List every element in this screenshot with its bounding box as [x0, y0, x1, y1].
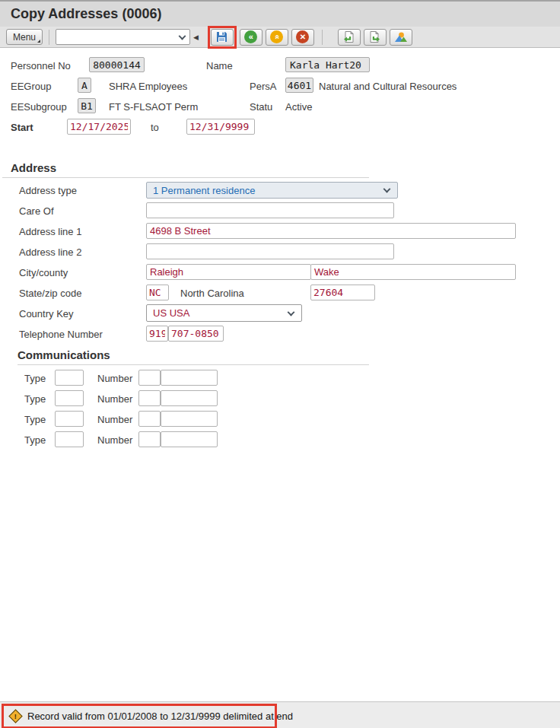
chevron-down-icon [288, 308, 295, 316]
communications-section-rule [18, 364, 369, 365]
name-field: Karla Hart20 [285, 57, 370, 72]
comm-number-prefix-input[interactable] [138, 390, 161, 406]
warning-icon: ! [8, 709, 22, 723]
comm-number-input[interactable] [161, 411, 218, 427]
city-county-label: City/county [19, 267, 68, 278]
address-line1-label: Address line 1 [19, 226, 81, 237]
command-combobox[interactable] [56, 29, 190, 45]
chevron-down-icon [179, 32, 186, 40]
eegroup-text: SHRA Employees [109, 81, 187, 92]
area-code-input[interactable] [146, 326, 168, 342]
personnel-no-field: 80000144 [89, 57, 145, 72]
comm-number-label: Number [97, 434, 132, 446]
state-input[interactable] [146, 285, 169, 300]
comm-number-input[interactable] [161, 390, 218, 406]
status-message: Record valid from 01/01/2008 to 12/31/99… [27, 711, 293, 722]
comm-number-label: Number [97, 414, 132, 425]
comm-type-input[interactable] [55, 431, 84, 447]
copy-addresses-window: Copy Addresses (0006) Menu ◀ [0, 0, 560, 728]
state-name-text: North Carolina [180, 288, 244, 299]
status-label: Statu [250, 101, 272, 113]
next-record-icon [368, 30, 381, 43]
save-button[interactable] [211, 29, 234, 46]
phone-number-input[interactable] [168, 326, 224, 342]
county-input[interactable] [310, 264, 516, 280]
address-line2-label: Address line 2 [19, 246, 81, 258]
scroll-left-icon[interactable]: ◀ [193, 33, 199, 41]
to-label: to [151, 122, 159, 133]
end-date-input[interactable] [186, 119, 255, 135]
toolbar-separator [49, 30, 49, 45]
comm-type-input[interactable] [55, 411, 84, 427]
persa-code-field: 4601 [285, 78, 313, 93]
eesubgroup-label: EESubgroup [11, 101, 67, 113]
back-icon: « [244, 30, 257, 43]
address-section-heading: Address [11, 161, 56, 174]
eegroup-code-field: A [78, 78, 91, 93]
menu-corner-icon [37, 40, 40, 43]
toolbar: Menu ◀ « « [0, 27, 560, 48]
persa-text: Natural and Cultural Resources [319, 81, 457, 92]
persa-label: PersA [250, 81, 276, 92]
previous-record-button[interactable] [338, 29, 361, 46]
comm-number-input[interactable] [161, 370, 218, 386]
start-date-input[interactable] [67, 119, 131, 135]
overview-icon [394, 31, 408, 43]
address-type-dropdown[interactable]: 1 Permanent residence [146, 182, 398, 199]
address-type-label: Address type [19, 185, 77, 196]
communications-section-heading: Communications [18, 348, 110, 361]
status-message-highlight: ! Record valid from 01/01/2008 to 12/31/… [2, 704, 277, 728]
next-record-button[interactable] [364, 29, 387, 46]
name-label: Name [206, 60, 233, 72]
page-title: Copy Addresses (0006) [11, 6, 161, 22]
comm-number-prefix-input[interactable] [138, 411, 161, 427]
eesubgroup-code-field: B1 [78, 98, 96, 113]
start-label: Start [11, 122, 33, 133]
save-button-highlight [208, 26, 237, 49]
back-button[interactable]: « [240, 29, 262, 46]
menu-button[interactable]: Menu [6, 29, 43, 45]
overview-button[interactable] [390, 29, 412, 46]
status-value: Active [285, 101, 312, 113]
comm-number-label: Number [97, 373, 132, 384]
address-line1-input[interactable] [146, 223, 516, 239]
comm-type-label: Type [24, 414, 46, 425]
comm-type-input[interactable] [55, 370, 84, 386]
comm-type-label: Type [24, 373, 46, 384]
address-section-rule [2, 177, 369, 178]
comm-type-label: Type [24, 434, 46, 446]
care-of-input[interactable] [146, 202, 394, 218]
menu-button-label: Menu [13, 32, 36, 43]
exit-icon: « [270, 30, 283, 43]
telephone-label: Telephone Number [19, 329, 103, 340]
cancel-button[interactable]: ✕ [291, 29, 314, 46]
title-bar: Copy Addresses (0006) [0, 2, 560, 27]
status-bar: ! Record valid from 01/01/2008 to 12/31/… [0, 701, 560, 728]
zip-input[interactable] [310, 285, 375, 300]
save-icon [215, 30, 228, 43]
address-type-value: 1 Permanent residence [153, 185, 255, 196]
toolbar-separator [322, 30, 323, 45]
exit-button[interactable]: « [266, 29, 288, 46]
comm-type-label: Type [24, 393, 46, 405]
country-key-value: US USA [153, 307, 189, 319]
comm-number-input[interactable] [161, 431, 218, 447]
country-key-label: Country Key [19, 308, 74, 319]
state-zip-label: State/zip code [19, 288, 81, 299]
eegroup-label: EEGroup [11, 81, 51, 92]
care-of-label: Care Of [19, 205, 54, 217]
country-key-dropdown[interactable]: US USA [146, 304, 302, 322]
cancel-icon: ✕ [296, 30, 309, 43]
comm-number-prefix-input[interactable] [138, 370, 161, 386]
comm-number-label: Number [97, 393, 132, 405]
eesubgroup-text: FT S-FLSAOT Perm [109, 101, 198, 113]
comm-type-input[interactable] [55, 390, 84, 406]
chevron-down-icon [383, 186, 391, 193]
personnel-no-label: Personnel No [11, 60, 71, 72]
previous-record-icon [342, 30, 355, 43]
address-line2-input[interactable] [146, 243, 394, 259]
comm-number-prefix-input[interactable] [138, 431, 161, 447]
city-input[interactable] [146, 264, 311, 280]
